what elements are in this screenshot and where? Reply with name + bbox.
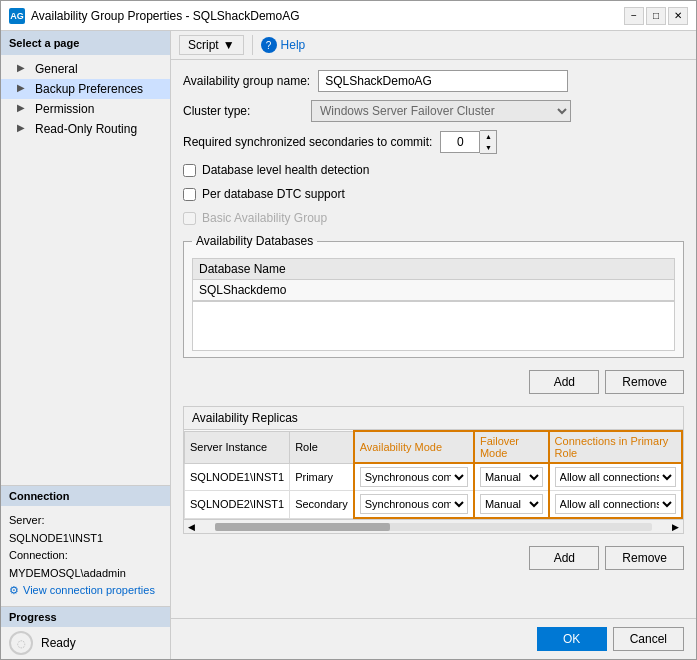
required-sync-label: Required synchronized secondaries to com… <box>183 135 432 149</box>
sidebar-item-readonly[interactable]: ▶ Read-Only Routing <box>1 119 170 139</box>
required-sync-input[interactable] <box>440 131 480 153</box>
content-area: Availability group name: Cluster type: W… <box>171 60 696 618</box>
replica-server-2: SQLNODE2\INST1 <box>185 491 290 519</box>
replica-failover-select-2[interactable]: Manual <box>480 494 543 514</box>
footer: OK Cancel <box>171 618 696 659</box>
replica-mode-select-1[interactable]: Synchronous commit <box>360 467 468 487</box>
table-row: SQLShackdemo <box>193 280 675 301</box>
replica-connections-select-2[interactable]: Allow all connections <box>555 494 676 514</box>
toolbar: Script ▼ ? Help <box>171 31 696 60</box>
required-sync-row: Required synchronized secondaries to com… <box>183 130 684 154</box>
help-icon: ? <box>261 37 277 53</box>
toolbar-separator <box>252 35 253 55</box>
main-window: AG Availability Group Properties - SQLSh… <box>0 0 697 660</box>
script-label: Script <box>188 38 219 52</box>
server-value: SQLNODE1\INST1 <box>9 530 162 548</box>
replica-role-1: Primary <box>290 463 354 491</box>
cluster-type-label: Cluster type: <box>183 104 303 118</box>
replica-server-1: SQLNODE1\INST1 <box>185 463 290 491</box>
scroll-right-btn[interactable]: ▶ <box>668 522 683 532</box>
right-panel: Script ▼ ? Help Availability group name: <box>171 31 696 659</box>
sidebar-item-general[interactable]: ▶ General <box>1 59 170 79</box>
col-role: Role <box>290 431 354 463</box>
progress-spinner: ◌ <box>9 631 33 655</box>
db-empty-area <box>192 301 675 351</box>
db-health-checkbox[interactable] <box>183 164 196 177</box>
dtc-checkbox[interactable] <box>183 188 196 201</box>
server-label: Server: <box>9 512 162 530</box>
sidebar-item-backup[interactable]: ▶ Backup Preferences <box>1 79 170 99</box>
replicas-buttons-row: Add Remove <box>183 542 684 574</box>
replicas-title: Availability Replicas <box>184 407 683 430</box>
replica-connections-select-1[interactable]: Allow all connections <box>555 467 676 487</box>
db-buttons-row: Add Remove <box>183 366 684 398</box>
cancel-button[interactable]: Cancel <box>613 627 684 651</box>
horizontal-scrollbar[interactable]: ◀ ▶ <box>184 519 683 533</box>
view-connection-link[interactable]: ⚙ View connection properties <box>9 582 162 600</box>
dtc-label: Per database DTC support <box>202 187 345 201</box>
select-page-header: Select a page <box>1 31 170 55</box>
col-server: Server Instance <box>185 431 290 463</box>
progress-status: Ready <box>41 636 76 650</box>
basic-label: Basic Availability Group <box>202 211 327 225</box>
minimize-button[interactable]: − <box>624 7 644 25</box>
nav-icon-backup: ▶ <box>17 82 31 96</box>
cluster-type-select[interactable]: Windows Server Failover Cluster <box>311 100 571 122</box>
left-panel: Select a page ▶ General ▶ Backup Prefere… <box>1 31 171 659</box>
script-button[interactable]: Script ▼ <box>179 35 244 55</box>
basic-checkbox-row: Basic Availability Group <box>183 210 684 226</box>
connection-icon: ⚙ <box>9 582 19 600</box>
basic-checkbox <box>183 212 196 225</box>
replicas-add-button[interactable]: Add <box>529 546 599 570</box>
help-button[interactable]: ? Help <box>261 37 306 53</box>
sidebar-item-permission[interactable]: ▶ Permission <box>1 99 170 119</box>
db-add-button[interactable]: Add <box>529 370 599 394</box>
connection-header: Connection <box>1 486 170 506</box>
script-dropdown-icon: ▼ <box>223 38 235 52</box>
db-health-checkbox-row: Database level health detection <box>183 162 684 178</box>
nav-icon-general: ▶ <box>17 62 31 76</box>
replica-mode-select-2[interactable]: Synchronous commit <box>360 494 468 514</box>
replicas-remove-button[interactable]: Remove <box>605 546 684 570</box>
ag-name-label: Availability group name: <box>183 74 310 88</box>
window-controls: − □ ✕ <box>624 7 688 25</box>
connection-section: Connection Server: SQLNODE1\INST1 Connec… <box>1 485 170 606</box>
col-mode: Availability Mode <box>354 431 474 463</box>
nav-label-readonly: Read-Only Routing <box>35 122 137 136</box>
progress-section: Progress ◌ Ready <box>1 606 170 659</box>
replica-connections-1: Allow all connections <box>549 463 682 491</box>
replica-failover-select-1[interactable]: Manual <box>480 467 543 487</box>
replica-failover-1: Manual <box>474 463 549 491</box>
connection-value: MYDEMOSQL\adadmin <box>9 565 162 583</box>
replica-failover-2: Manual <box>474 491 549 519</box>
nav-label-general: General <box>35 62 78 76</box>
replica-role-2: Secondary <box>290 491 354 519</box>
replicas-scroll[interactable]: Server Instance Role Availability Mode F… <box>184 430 683 519</box>
replicas-section: Availability Replicas Server Instance Ro… <box>183 406 684 534</box>
ag-name-row: Availability group name: <box>183 70 684 92</box>
ag-name-input[interactable] <box>318 70 568 92</box>
title-bar: AG Availability Group Properties - SQLSh… <box>1 1 696 31</box>
nav-icon-permission: ▶ <box>17 102 31 116</box>
db-group-box: Availability Databases Database Name SQL… <box>183 234 684 358</box>
scroll-left-btn[interactable]: ◀ <box>184 522 199 532</box>
required-sync-spinner: ▲ ▼ <box>440 130 497 154</box>
window-title: Availability Group Properties - SQLShack… <box>31 9 624 23</box>
spinner-arrows: ▲ ▼ <box>480 130 497 154</box>
help-label: Help <box>281 38 306 52</box>
progress-header: Progress <box>1 607 170 627</box>
progress-info: ◌ Ready <box>1 627 170 659</box>
table-row: SQLNODE2\INST1 Secondary Synchronous com… <box>185 491 683 519</box>
scroll-thumb <box>215 523 390 531</box>
ok-button[interactable]: OK <box>537 627 607 651</box>
db-remove-button[interactable]: Remove <box>605 370 684 394</box>
spin-up-button[interactable]: ▲ <box>480 131 496 142</box>
restore-button[interactable]: □ <box>646 7 666 25</box>
close-button[interactable]: ✕ <box>668 7 688 25</box>
nav-icon-readonly: ▶ <box>17 122 31 136</box>
spin-down-button[interactable]: ▼ <box>480 142 496 153</box>
spinner-icon: ◌ <box>17 638 26 649</box>
db-col-header: Database Name <box>193 259 675 280</box>
db-section-title: Availability Databases <box>192 234 317 248</box>
dtc-checkbox-row: Per database DTC support <box>183 186 684 202</box>
